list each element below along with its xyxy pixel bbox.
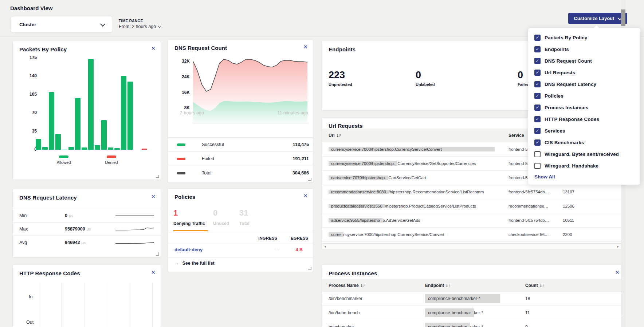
menu-item-dns-request-latency[interactable]: ✓DNS Request Latency — [528, 78, 640, 90]
policy-link[interactable]: default-deny — [174, 247, 203, 252]
legend-row-total[interactable]: Total304,686 — [168, 166, 313, 180]
see-full-list-link[interactable]: → See the full list — [174, 261, 215, 266]
table-row[interactable]: adservice:9555/hipstershop.AdService/Get… — [322, 213, 625, 228]
card-process-instances: Process Instances ✕ Process Name Endpoin… — [322, 265, 625, 327]
menu-item-wireguard-handshake[interactable]: Wireguard. Handshake — [528, 160, 640, 172]
resize-handle[interactable] — [156, 175, 159, 178]
legend-row-successful[interactable]: Successful113,475 — [168, 137, 313, 151]
process-name-cell: benchmarker — [329, 324, 425, 327]
checkbox-checked-icon[interactable]: ✓ — [534, 128, 541, 134]
process-name-cell: /bin/benchmarker — [329, 296, 425, 301]
column-header-url[interactable]: Url — [329, 133, 508, 138]
grid-line — [61, 283, 62, 327]
table-row[interactable]: /bin/kube-benchcompliance-benchmarker-*1… — [322, 306, 625, 320]
latency-label: Min — [19, 213, 65, 218]
bar — [55, 134, 61, 150]
latency-label: Avg — [19, 240, 65, 245]
y-tick-label: 140 — [22, 73, 37, 78]
close-icon[interactable]: ✕ — [615, 269, 620, 276]
menu-item-wireguard-bytes-sent-received[interactable]: Wireguard. Bytes sent/received — [528, 148, 640, 160]
time-range-from[interactable]: From: 2 hours ago — [119, 24, 161, 29]
grid-line — [85, 283, 85, 327]
column-header-count[interactable]: Count — [525, 283, 544, 288]
tab-total[interactable]: 31Total — [239, 209, 250, 226]
legend-swatch — [177, 143, 185, 146]
checkbox-unchecked-icon[interactable] — [534, 151, 541, 157]
highlighted-url-text: currencyservice:7000/hipstershop. — [329, 161, 397, 166]
resize-handle[interactable] — [308, 178, 311, 181]
menu-item-http-response-codes[interactable]: ✓HTTP Response Codes — [528, 113, 640, 125]
menu-item-packets-by-policy[interactable]: ✓Packets By Policy — [528, 32, 640, 43]
sparkline-max — [115, 226, 154, 232]
tab-label: Unused — [213, 221, 229, 226]
show-all-link[interactable]: Show All — [534, 174, 640, 180]
close-icon[interactable]: ✕ — [151, 269, 156, 276]
checkbox-checked-icon[interactable]: ✓ — [534, 58, 541, 64]
checkbox-checked-icon[interactable]: ✓ — [534, 70, 541, 76]
table-row[interactable]: currencyservice:7000/hipstershop.Currenc… — [322, 228, 625, 242]
close-icon[interactable]: ✕ — [303, 44, 308, 50]
highlighted-url-text: adservice:9555/hipstersho — [329, 218, 382, 222]
checkbox-checked-icon[interactable]: ✓ — [534, 35, 541, 41]
page-scrollbar-thumb[interactable] — [621, 9, 625, 26]
checkbox-checked-icon[interactable]: ✓ — [534, 116, 541, 122]
menu-item-services[interactable]: ✓Services — [528, 125, 640, 137]
highlighted-endpoint-text: compliance-benchmarker-* — [425, 294, 500, 303]
time-range-from-value: From: 2 hours ago — [119, 24, 156, 29]
menu-item-label: Endpoints — [545, 47, 569, 52]
legend-swatch — [177, 158, 185, 160]
highlighted-url-text: recommendationservice:8080 — [329, 190, 389, 194]
close-icon[interactable]: ✕ — [303, 193, 308, 199]
checkbox-checked-icon[interactable]: ✓ — [534, 139, 541, 146]
close-icon[interactable]: ✕ — [151, 45, 156, 52]
stat-failed: 0Failed — [518, 70, 529, 87]
column-header-ingress: INGRESS — [243, 236, 277, 240]
table-row[interactable]: /bin/benchmarkercompliance-benchmarker-*… — [322, 292, 625, 306]
view-selector[interactable]: Cluster — [10, 16, 113, 33]
y-tick-label: 35 — [22, 129, 37, 134]
column-header-endpoint[interactable]: Endpoint — [425, 283, 525, 288]
legend-denied: Denied — [101, 155, 122, 165]
url-cell: currencyservice:7000/hipstershop.Currenc… — [329, 232, 508, 237]
checkbox-checked-icon[interactable]: ✓ — [534, 46, 541, 52]
table-row[interactable]: productcatalogservice:3550/hipstershop.P… — [322, 199, 625, 213]
customize-layout-button[interactable]: Customize Layout — [568, 13, 627, 24]
service-cell: checkoutservice-56… — [508, 232, 563, 237]
scroll-right-arrow-icon[interactable]: ▸ — [617, 245, 619, 248]
close-icon[interactable]: ✕ — [151, 193, 156, 200]
grid-line — [130, 283, 130, 327]
bar — [49, 92, 54, 150]
card-dns-request-latency: DNS Request Latency ✕ Min0μsMax95879000μ… — [12, 189, 161, 257]
tab-value: 31 — [239, 209, 250, 217]
menu-item-dns-request-count[interactable]: ✓DNS Request Count — [528, 55, 640, 67]
legend-row-failed[interactable]: Failed191,211 — [168, 151, 313, 166]
chart-legend: Successful113,475Failed191,211Total304,6… — [168, 137, 313, 180]
menu-item-label: Services — [545, 128, 565, 134]
tab-denying-traffic[interactable]: 1Denying Traffic — [173, 209, 205, 226]
column-header-process-name[interactable]: Process Name — [329, 283, 425, 288]
tab-unused[interactable]: 0Unused — [213, 209, 229, 226]
menu-item-url-requests[interactable]: ✓Url Requests — [528, 67, 640, 78]
table-row[interactable]: benchmarkercompliance-benchmarker-*9 — [322, 320, 625, 327]
menu-item-policies[interactable]: ✓Policies — [528, 90, 640, 102]
resize-handle[interactable] — [308, 267, 311, 270]
menu-item-process-instances[interactable]: ✓Process Instances — [528, 102, 640, 113]
card-title: Packets By Policy — [19, 46, 67, 52]
url-cell: recommendationservice:8080/hipstershop.R… — [329, 190, 508, 194]
menu-item-cis-benchmarks[interactable]: ✓CIS Benchmarks — [528, 137, 640, 148]
process-instances-table: /bin/benchmarkercompliance-benchmarker-*… — [322, 292, 625, 327]
url-cell: productcatalogservice:3550/hipstershop.P… — [329, 204, 508, 208]
resize-handle[interactable] — [156, 252, 159, 256]
horizontal-scrollbar[interactable] — [322, 243, 625, 249]
table-row[interactable]: recommendationservice:8080/hipstershop.R… — [322, 185, 625, 199]
menu-item-label: Packets By Policy — [545, 35, 587, 40]
checkbox-checked-icon[interactable]: ✓ — [534, 81, 541, 87]
menu-item-endpoints[interactable]: ✓Endpoints — [528, 43, 640, 55]
checkbox-unchecked-icon[interactable] — [534, 163, 541, 169]
legend-value: 304,686 — [292, 170, 309, 176]
scroll-left-arrow-icon[interactable]: ◂ — [324, 245, 326, 248]
checkbox-checked-icon[interactable]: ✓ — [534, 93, 541, 99]
bar — [75, 98, 80, 150]
card-title: Url Requests — [329, 123, 363, 129]
checkbox-checked-icon[interactable]: ✓ — [534, 105, 541, 111]
